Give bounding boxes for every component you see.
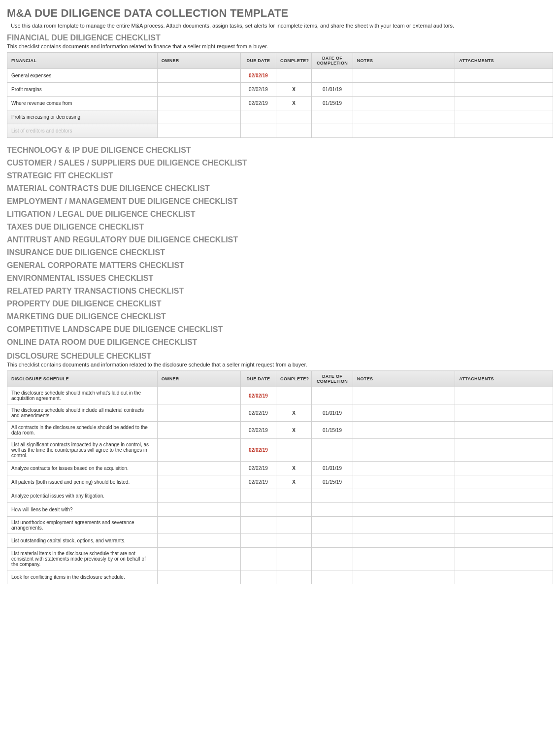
cell-attachments[interactable] bbox=[455, 570, 553, 584]
cell-doc[interactable] bbox=[312, 124, 353, 138]
cell-doc[interactable]: 01/15/19 bbox=[312, 97, 353, 110]
cell-due-date[interactable] bbox=[240, 110, 276, 124]
cell-due-date[interactable]: 02/02/19 bbox=[240, 387, 276, 404]
cell-item[interactable]: How will liens be dealt with? bbox=[7, 503, 158, 517]
cell-notes[interactable] bbox=[353, 69, 455, 83]
cell-complete[interactable]: X bbox=[276, 422, 312, 439]
cell-doc[interactable]: 01/15/19 bbox=[312, 422, 353, 439]
cell-owner[interactable] bbox=[157, 548, 240, 570]
cell-complete[interactable] bbox=[276, 110, 312, 124]
cell-notes[interactable] bbox=[353, 462, 455, 475]
cell-doc[interactable] bbox=[312, 570, 353, 584]
cell-complete[interactable]: X bbox=[276, 97, 312, 110]
cell-doc[interactable] bbox=[312, 534, 353, 548]
cell-notes[interactable] bbox=[353, 387, 455, 404]
cell-attachments[interactable] bbox=[455, 97, 553, 110]
cell-attachments[interactable] bbox=[455, 503, 553, 517]
cell-owner[interactable] bbox=[157, 387, 240, 404]
cell-item[interactable]: All patents (both issued and pending) sh… bbox=[7, 475, 158, 489]
cell-attachments[interactable] bbox=[455, 124, 553, 138]
cell-owner[interactable] bbox=[157, 422, 240, 439]
cell-notes[interactable] bbox=[353, 517, 455, 534]
cell-doc[interactable] bbox=[312, 110, 353, 124]
cell-attachments[interactable] bbox=[455, 439, 553, 462]
cell-due-date[interactable]: 02/02/19 bbox=[240, 462, 276, 475]
cell-complete[interactable] bbox=[276, 387, 312, 404]
cell-doc[interactable] bbox=[312, 489, 353, 503]
cell-complete[interactable] bbox=[276, 124, 312, 138]
cell-complete[interactable] bbox=[276, 69, 312, 83]
cell-owner[interactable] bbox=[157, 462, 240, 475]
cell-item[interactable]: List outstanding capital stock, options,… bbox=[7, 534, 158, 548]
cell-item[interactable]: List all significant contracts impacted … bbox=[7, 439, 158, 462]
cell-owner[interactable] bbox=[157, 69, 240, 83]
cell-due-date[interactable] bbox=[240, 517, 276, 534]
cell-item[interactable]: The disclosure schedule should include a… bbox=[7, 404, 158, 422]
cell-notes[interactable] bbox=[353, 124, 455, 138]
cell-notes[interactable] bbox=[353, 97, 455, 110]
cell-due-date[interactable]: 02/02/19 bbox=[240, 83, 276, 97]
cell-doc[interactable] bbox=[312, 548, 353, 570]
cell-notes[interactable] bbox=[353, 475, 455, 489]
cell-doc[interactable]: 01/15/19 bbox=[312, 475, 353, 489]
cell-complete[interactable]: X bbox=[276, 462, 312, 475]
cell-due-date[interactable]: 02/02/19 bbox=[240, 404, 276, 422]
cell-attachments[interactable] bbox=[455, 83, 553, 97]
cell-owner[interactable] bbox=[157, 570, 240, 584]
cell-owner[interactable] bbox=[157, 124, 240, 138]
cell-due-date[interactable]: 02/02/19 bbox=[240, 439, 276, 462]
cell-item[interactable]: Analyze potential issues with any litiga… bbox=[7, 489, 158, 503]
cell-due-date[interactable]: 02/02/19 bbox=[240, 97, 276, 110]
cell-due-date[interactable] bbox=[240, 124, 276, 138]
cell-item[interactable]: Profits increasing or decreasing bbox=[7, 110, 158, 124]
cell-doc[interactable] bbox=[312, 517, 353, 534]
cell-item[interactable]: The disclosure schedule should match wha… bbox=[7, 387, 158, 404]
cell-complete[interactable] bbox=[276, 517, 312, 534]
cell-attachments[interactable] bbox=[455, 548, 553, 570]
cell-attachments[interactable] bbox=[455, 387, 553, 404]
cell-complete[interactable]: X bbox=[276, 475, 312, 489]
cell-complete[interactable] bbox=[276, 548, 312, 570]
cell-notes[interactable] bbox=[353, 422, 455, 439]
cell-attachments[interactable] bbox=[455, 462, 553, 475]
cell-doc[interactable]: 01/01/19 bbox=[312, 83, 353, 97]
cell-attachments[interactable] bbox=[455, 110, 553, 124]
cell-due-date[interactable] bbox=[240, 548, 276, 570]
cell-item[interactable]: List material items in the disclosure sc… bbox=[7, 548, 158, 570]
cell-due-date[interactable]: 02/02/19 bbox=[240, 475, 276, 489]
cell-attachments[interactable] bbox=[455, 404, 553, 422]
cell-attachments[interactable] bbox=[455, 422, 553, 439]
cell-notes[interactable] bbox=[353, 534, 455, 548]
cell-due-date[interactable] bbox=[240, 489, 276, 503]
cell-attachments[interactable] bbox=[455, 534, 553, 548]
cell-attachments[interactable] bbox=[455, 69, 553, 83]
cell-doc[interactable] bbox=[312, 439, 353, 462]
cell-owner[interactable] bbox=[157, 503, 240, 517]
cell-attachments[interactable] bbox=[455, 489, 553, 503]
cell-notes[interactable] bbox=[353, 110, 455, 124]
cell-item[interactable]: List unorthodox employment agreements an… bbox=[7, 517, 158, 534]
cell-owner[interactable] bbox=[157, 534, 240, 548]
cell-attachments[interactable] bbox=[455, 517, 553, 534]
cell-complete[interactable] bbox=[276, 439, 312, 462]
cell-item[interactable]: All contracts in the disclosure schedule… bbox=[7, 422, 158, 439]
cell-complete[interactable]: X bbox=[276, 83, 312, 97]
cell-item[interactable]: Where revenue comes from bbox=[7, 97, 158, 110]
cell-attachments[interactable] bbox=[455, 475, 553, 489]
cell-owner[interactable] bbox=[157, 439, 240, 462]
cell-notes[interactable] bbox=[353, 570, 455, 584]
cell-due-date[interactable] bbox=[240, 503, 276, 517]
cell-item[interactable]: General expenses bbox=[7, 69, 158, 83]
cell-notes[interactable] bbox=[353, 503, 455, 517]
cell-doc[interactable] bbox=[312, 387, 353, 404]
cell-owner[interactable] bbox=[157, 110, 240, 124]
cell-owner[interactable] bbox=[157, 97, 240, 110]
cell-due-date[interactable]: 02/02/19 bbox=[240, 422, 276, 439]
cell-owner[interactable] bbox=[157, 517, 240, 534]
cell-owner[interactable] bbox=[157, 404, 240, 422]
cell-complete[interactable]: X bbox=[276, 404, 312, 422]
cell-complete[interactable] bbox=[276, 489, 312, 503]
cell-notes[interactable] bbox=[353, 404, 455, 422]
cell-doc[interactable]: 01/01/19 bbox=[312, 404, 353, 422]
cell-notes[interactable] bbox=[353, 83, 455, 97]
